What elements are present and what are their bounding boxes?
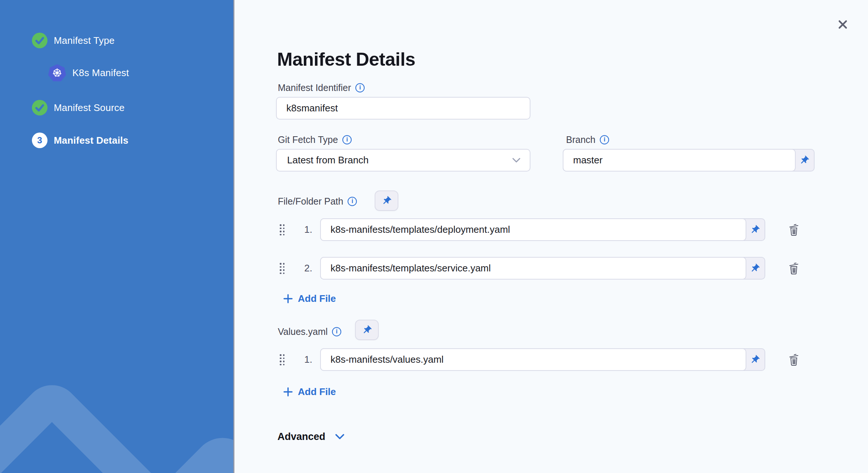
advanced-label: Advanced xyxy=(277,431,325,443)
file-folder-path-label-row: File/Folder Path i xyxy=(278,196,357,207)
sidebar-step-manifest-type[interactable]: Manifest Type xyxy=(32,33,115,48)
branch-input[interactable] xyxy=(563,150,795,171)
step-number-badge: 3 xyxy=(32,133,47,148)
kubernetes-icon xyxy=(48,64,66,81)
git-fetch-type-value: Latest from Branch xyxy=(287,154,369,166)
branch-label: Branch xyxy=(566,134,595,145)
values-path-field-group xyxy=(320,348,765,371)
info-icon[interactable]: i xyxy=(355,83,365,92)
step-label: Manifest Source xyxy=(54,102,125,114)
values-yaml-label: Values.yaml xyxy=(278,326,328,337)
manifest-identifier-input[interactable] xyxy=(277,98,530,119)
sidebar-step-manifest-source[interactable]: Manifest Source xyxy=(32,100,125,115)
file-path-input-2[interactable] xyxy=(321,258,746,279)
pin-icon[interactable] xyxy=(745,219,765,240)
harness-logo-watermark xyxy=(0,374,172,473)
manifest-identifier-label: Manifest Identifier xyxy=(278,82,351,93)
info-icon[interactable]: i xyxy=(600,135,609,144)
branch-box xyxy=(563,149,796,172)
pin-icon xyxy=(379,193,394,208)
advanced-toggle[interactable]: Advanced xyxy=(277,431,345,443)
step-label: Manifest Type xyxy=(54,35,115,46)
row-number: 1. xyxy=(293,354,312,365)
panel-divider xyxy=(233,0,234,473)
drag-handle[interactable] xyxy=(279,262,285,275)
values-path-input-1[interactable] xyxy=(321,349,746,370)
add-file-label: Add File xyxy=(298,386,336,398)
git-fetch-type-label-row: Git Fetch Type i xyxy=(278,134,352,145)
sidebar-step-k8s-manifest[interactable]: K8s Manifest xyxy=(48,64,129,81)
pin-icon[interactable] xyxy=(745,349,765,370)
values-yaml-label-row: Values.yaml i xyxy=(278,326,341,337)
wizard-sidebar: Manifest Type xyxy=(0,0,233,473)
pin-icon[interactable] xyxy=(794,150,814,171)
add-file-label: Add File xyxy=(298,293,336,304)
plus-icon xyxy=(283,387,293,397)
pin-icon xyxy=(359,323,374,337)
manifest-identifier-label-row: Manifest Identifier i xyxy=(278,82,365,93)
add-file-button[interactable]: Add File xyxy=(283,386,336,398)
branch-field-group xyxy=(563,149,815,172)
file-path-box xyxy=(320,218,746,241)
delete-row-icon[interactable] xyxy=(784,257,803,280)
plus-icon xyxy=(283,294,293,304)
pin-all-button[interactable] xyxy=(355,320,379,340)
pin-all-button[interactable] xyxy=(375,190,398,211)
row-number: 1. xyxy=(293,224,312,235)
drag-handle[interactable] xyxy=(279,353,285,366)
step-label: Manifest Details xyxy=(54,135,128,146)
drag-handle[interactable] xyxy=(279,224,285,236)
pin-icon[interactable] xyxy=(745,258,765,279)
branch-label-row: Branch i xyxy=(566,134,609,145)
chevron-down-icon xyxy=(512,157,521,163)
file-folder-path-label: File/Folder Path xyxy=(278,196,343,207)
step-label: K8s Manifest xyxy=(72,67,129,79)
file-path-field-group xyxy=(320,218,765,241)
values-path-box xyxy=(320,348,746,371)
add-file-button[interactable]: Add File xyxy=(283,293,336,304)
file-path-box xyxy=(320,257,746,280)
row-number: 2. xyxy=(293,262,312,274)
sidebar-step-manifest-details[interactable]: 3 Manifest Details xyxy=(32,133,128,148)
delete-row-icon[interactable] xyxy=(784,348,803,371)
info-icon[interactable]: i xyxy=(332,327,341,336)
page-title: Manifest Details xyxy=(277,49,415,70)
check-icon xyxy=(32,100,47,115)
file-path-field-group xyxy=(320,257,765,280)
check-icon xyxy=(32,33,47,48)
manifest-details-modal: Manifest Type xyxy=(0,0,868,473)
manifest-identifier-box xyxy=(276,97,530,120)
git-fetch-type-label: Git Fetch Type xyxy=(278,134,338,145)
file-path-input-1[interactable] xyxy=(321,219,746,240)
info-icon[interactable]: i xyxy=(348,197,357,206)
info-icon[interactable]: i xyxy=(342,135,352,144)
chevron-down-icon xyxy=(335,434,345,440)
delete-row-icon[interactable] xyxy=(784,218,803,241)
close-icon[interactable] xyxy=(834,16,852,33)
git-fetch-type-select[interactable]: Latest from Branch xyxy=(276,149,530,172)
